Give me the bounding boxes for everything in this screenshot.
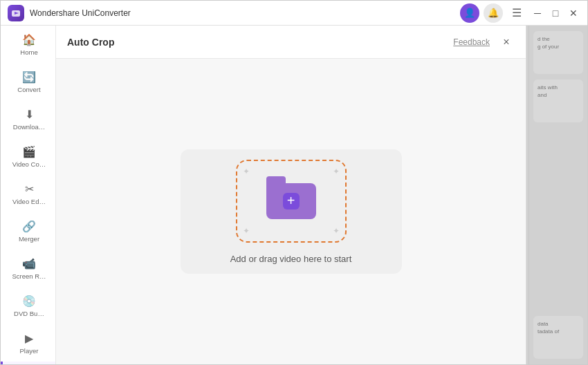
sidebar-label-merger: Merger bbox=[5, 235, 53, 243]
sidebar-item-video-comp[interactable]: 🎬 Video Co… bbox=[1, 138, 55, 175]
sparkle-tl: ✦ bbox=[243, 167, 250, 176]
sidebar-label-dvd-burn: DVD Bu… bbox=[5, 310, 53, 317]
modal-title: Auto Crop bbox=[67, 37, 453, 48]
add-icon: + bbox=[283, 193, 300, 209]
folder-icon-wrapper: + bbox=[266, 183, 316, 219]
sidebar-item-dvd-burn[interactable]: 💿 DVD Bu… bbox=[1, 287, 55, 324]
modal-body: ✦ ✦ ✦ ✦ + bbox=[56, 59, 526, 364]
sidebar-item-home[interactable]: 🏠 Home bbox=[1, 26, 55, 63]
sparkle-tr: ✦ bbox=[333, 167, 340, 176]
sidebar: 🏠 Home 🔄 Convert ⬇ Downloa… 🎬 Video Co… … bbox=[1, 26, 56, 364]
screen-rec-icon: 📹 bbox=[22, 256, 36, 270]
sidebar-item-player[interactable]: ▶ Player bbox=[1, 324, 55, 362]
main-content: d theg of your aits withand datatadata o… bbox=[56, 26, 587, 364]
sidebar-label-video-edit: Video Ed… bbox=[5, 198, 53, 205]
title-bar: Wondershare UniConverter 👤 🔔 ☰ ─ □ ✕ bbox=[1, 1, 587, 26]
sidebar-item-download[interactable]: ⬇ Downloa… bbox=[1, 100, 55, 138]
app-window: Wondershare UniConverter 👤 🔔 ☰ ─ □ ✕ 🏠 H… bbox=[0, 0, 588, 365]
modal-panel: Auto Crop Feedback × ✦ ✦ ✦ ✦ bbox=[56, 26, 526, 364]
title-bar-actions: 👤 🔔 ☰ ─ □ ✕ bbox=[460, 3, 580, 23]
plus-symbol: + bbox=[287, 193, 295, 209]
menu-icon[interactable]: ☰ bbox=[507, 3, 526, 23]
download-icon: ⬇ bbox=[22, 107, 36, 121]
home-icon: 🏠 bbox=[22, 32, 36, 46]
sidebar-item-toolbox[interactable]: ⊞ Toolbox bbox=[1, 362, 55, 364]
app-logo bbox=[8, 5, 24, 21]
sparkle-bl: ✦ bbox=[243, 226, 250, 236]
sidebar-label-home: Home bbox=[5, 48, 53, 56]
folder-body: + bbox=[266, 183, 316, 219]
sidebar-item-video-edit[interactable]: ✂ Video Ed… bbox=[1, 175, 55, 212]
notification-icon[interactable]: 🔔 bbox=[484, 3, 503, 23]
drop-zone-border: ✦ ✦ ✦ ✦ + bbox=[236, 160, 347, 243]
app-title: Wondershare UniConverter bbox=[30, 8, 460, 18]
minimize-button[interactable]: ─ bbox=[531, 6, 544, 20]
user-icon[interactable]: 👤 bbox=[460, 3, 479, 23]
player-icon: ▶ bbox=[22, 331, 36, 345]
merger-icon: 🔗 bbox=[22, 219, 36, 233]
sidebar-item-screen-rec[interactable]: 📹 Screen R… bbox=[1, 250, 55, 287]
app-body: 🏠 Home 🔄 Convert ⬇ Downloa… 🎬 Video Co… … bbox=[1, 26, 587, 364]
video-comp-icon: 🎬 bbox=[22, 144, 36, 158]
window-close-button[interactable]: ✕ bbox=[567, 6, 580, 20]
modal-header: Auto Crop Feedback × bbox=[56, 26, 526, 59]
video-edit-icon: ✂ bbox=[22, 182, 36, 196]
sidebar-label-convert: Convert bbox=[5, 86, 53, 93]
sidebar-item-merger[interactable]: 🔗 Merger bbox=[1, 212, 55, 250]
modal-overlay: Auto Crop Feedback × ✦ ✦ ✦ ✦ bbox=[56, 26, 587, 364]
sidebar-label-video-comp: Video Co… bbox=[5, 160, 53, 168]
sidebar-label-screen-rec: Screen R… bbox=[5, 272, 53, 280]
sidebar-item-convert[interactable]: 🔄 Convert bbox=[1, 63, 55, 100]
convert-icon: 🔄 bbox=[22, 70, 36, 84]
dvd-burn-icon: 💿 bbox=[22, 294, 36, 308]
drop-zone[interactable]: ✦ ✦ ✦ ✦ + bbox=[181, 149, 402, 274]
sidebar-label-download: Downloa… bbox=[5, 123, 53, 131]
sparkle-br: ✦ bbox=[333, 226, 340, 236]
sidebar-label-player: Player bbox=[5, 347, 53, 355]
maximize-button[interactable]: □ bbox=[549, 6, 562, 20]
modal-close-button[interactable]: × bbox=[498, 34, 515, 50]
feedback-link[interactable]: Feedback bbox=[453, 37, 490, 47]
drop-zone-label: Add or drag video here to start bbox=[230, 254, 352, 264]
folder-container: + bbox=[266, 183, 316, 219]
